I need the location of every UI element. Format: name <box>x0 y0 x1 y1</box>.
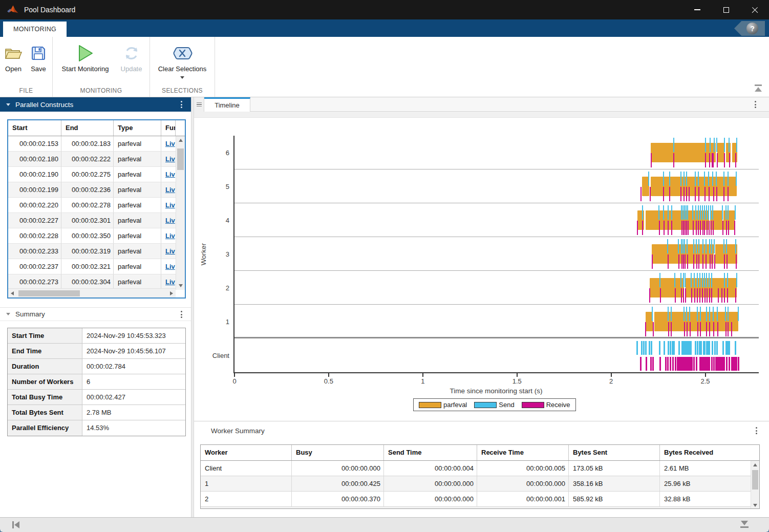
summary-menu-icon[interactable] <box>177 309 186 320</box>
receive-tick <box>717 153 718 167</box>
receive-tick <box>650 187 651 201</box>
table-row[interactable]: 200:00:00.37000:00:00.00000:00:00.001585… <box>201 492 759 507</box>
scroll-up-icon[interactable] <box>176 136 185 144</box>
send-tick <box>695 341 696 355</box>
pc-column-header[interactable]: Fun <box>161 120 176 136</box>
function-link[interactable]: Liv <box>165 278 175 286</box>
scrollbar-thumb[interactable] <box>752 470 758 490</box>
receive-tick <box>704 288 706 303</box>
timeline-menu-icon[interactable] <box>751 99 760 110</box>
send-tick <box>668 341 669 355</box>
scroll-left-icon[interactable] <box>8 289 16 297</box>
send-tick <box>659 273 660 287</box>
table-row[interactable]: 00:00:02.19000:00:02.275parfevalLiv <box>8 167 176 182</box>
pc-horizontal-scrollbar[interactable] <box>8 288 176 297</box>
ws-cell: 2.61 MB <box>660 461 752 476</box>
ws-column-header[interactable]: Bytes Received <box>660 445 752 460</box>
legend-swatch <box>474 402 497 408</box>
scroll-up-icon[interactable] <box>751 461 759 469</box>
document-list-icon[interactable] <box>194 97 204 112</box>
tab-monitoring[interactable]: MONITORING <box>3 22 67 37</box>
send-tick <box>648 172 649 186</box>
close-button[interactable] <box>740 0 769 19</box>
function-link[interactable]: Liv <box>165 263 175 270</box>
parfeval-bar[interactable] <box>717 143 724 162</box>
ws-cell: 00:00:00.000 <box>292 461 384 476</box>
function-link[interactable]: Liv <box>165 247 175 255</box>
ws-cell: 358.16 kB <box>569 476 660 491</box>
collapse-bottom-panel-button[interactable] <box>740 521 749 528</box>
ws-vertical-scrollbar[interactable] <box>751 461 759 509</box>
collapse-ribbon-button[interactable] <box>754 84 763 93</box>
function-link[interactable]: Liv <box>165 140 175 147</box>
scrollbar-thumb[interactable] <box>177 148 184 170</box>
table-row[interactable]: 00:00:02.19900:00:02.236parfevalLiv <box>8 182 176 198</box>
pc-cell: Liv <box>161 136 176 151</box>
pc-column-header[interactable]: Type <box>114 120 161 136</box>
tab-timeline[interactable]: Timeline <box>204 97 250 112</box>
scroll-down-icon[interactable] <box>751 501 759 509</box>
table-row[interactable]: 100:00:00.42500:00:00.00000:00:00.000358… <box>201 476 759 492</box>
timeline-row-4 <box>234 203 759 237</box>
receive-tick <box>714 254 715 269</box>
table-row[interactable]: 00:00:02.22000:00:02.278parfevalLiv <box>8 198 176 213</box>
scrollbar-thumb[interactable] <box>18 290 80 296</box>
ws-column-header[interactable]: Busy <box>292 445 384 460</box>
chart-toolbar-strip <box>194 112 769 118</box>
timeline-row-5 <box>234 169 759 203</box>
table-row[interactable]: 00:00:02.23300:00:02.319parfevalLiv <box>8 244 176 259</box>
collapse-summary-icon[interactable] <box>6 313 10 315</box>
send-tick <box>700 307 701 321</box>
receive-tick <box>693 221 694 235</box>
receive-tick <box>675 357 676 371</box>
function-link[interactable]: Liv <box>165 232 175 240</box>
timeline-row-3 <box>234 237 759 271</box>
pc-vertical-scrollbar[interactable] <box>176 136 185 290</box>
function-link[interactable]: Liv <box>165 217 175 224</box>
send-tick <box>711 239 712 253</box>
ws-column-header[interactable]: Receive Time <box>477 445 569 460</box>
send-tick <box>714 138 715 152</box>
help-button[interactable]: ? <box>734 21 765 36</box>
table-row[interactable]: 00:00:02.27300:00:02.304parfevalLiv <box>8 274 176 290</box>
legend-item-receive: Receive <box>522 401 570 409</box>
receive-tick <box>668 254 669 269</box>
table-row[interactable]: 00:00:02.15300:00:02.183parfevalLiv <box>8 136 176 152</box>
minimize-button[interactable] <box>683 0 712 19</box>
summary-header[interactable]: Summary <box>0 307 191 321</box>
worker-summary-menu-icon[interactable] <box>752 425 761 436</box>
function-link[interactable]: Liv <box>165 171 175 178</box>
table-row[interactable]: 00:00:02.22800:00:02.350parfevalLiv <box>8 228 176 244</box>
scroll-right-icon[interactable] <box>167 289 176 297</box>
receive-tick <box>729 153 730 167</box>
table-row[interactable]: 00:00:02.18000:00:02.222parfevalLiv <box>8 152 176 167</box>
function-link[interactable]: Liv <box>165 155 175 163</box>
parallel-constructs-menu-icon[interactable] <box>177 99 186 110</box>
receive-tick <box>702 288 703 303</box>
send-tick <box>722 341 724 355</box>
parallel-constructs-header[interactable]: Parallel Constructs <box>0 97 191 112</box>
receive-tick <box>652 357 654 371</box>
ribbon-toolbar: Open Save FILE Start Monitoring <box>0 37 769 97</box>
function-link[interactable]: Liv <box>165 201 175 209</box>
scroll-down-icon[interactable] <box>176 282 185 290</box>
ws-cell: 2 <box>201 492 292 506</box>
collapse-left-panel-button[interactable] <box>12 521 19 528</box>
ws-column-header[interactable]: Bytes Sent <box>569 445 660 460</box>
receive-tick <box>640 357 642 371</box>
collapse-panel-icon[interactable] <box>6 103 10 106</box>
pc-column-header[interactable]: End <box>61 120 114 136</box>
summary-row: End Time2024-Nov-29 10:45:56.107 <box>8 344 185 359</box>
clear-selections-icon <box>172 44 193 63</box>
pc-cell: 00:00:02.273 <box>8 274 61 289</box>
ws-column-header[interactable]: Send Time <box>384 445 477 460</box>
pc-column-header[interactable]: Start <box>8 120 61 136</box>
group-label-monitoring: MONITORING <box>53 87 149 94</box>
table-row[interactable]: 00:00:02.22700:00:02.301parfevalLiv <box>8 213 176 228</box>
ws-column-header[interactable]: Worker <box>201 445 292 460</box>
maximize-button[interactable] <box>712 0 740 19</box>
function-link[interactable]: Liv <box>165 186 175 194</box>
parfeval-bar[interactable] <box>650 278 685 297</box>
table-row[interactable]: 00:00:02.23700:00:02.321parfevalLiv <box>8 259 176 274</box>
table-row[interactable]: Client00:00:00.00000:00:00.00400:00:00.0… <box>201 461 759 476</box>
